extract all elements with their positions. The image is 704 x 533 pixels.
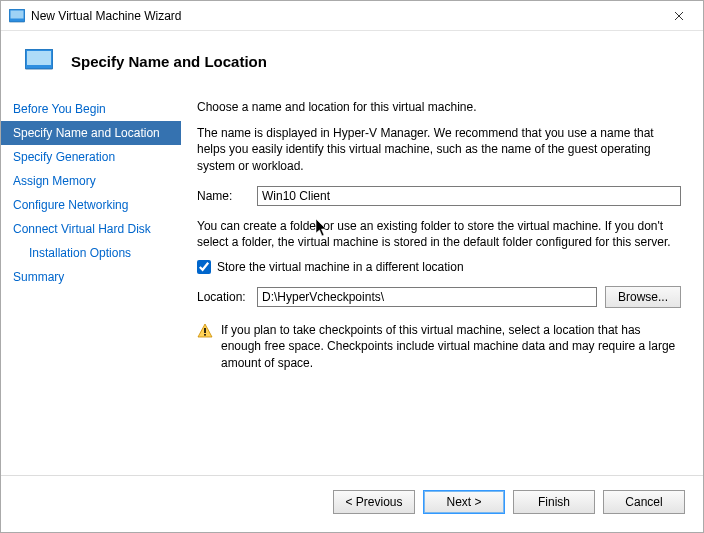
finish-button[interactable]: Finish (513, 490, 595, 514)
name-input[interactable] (257, 186, 681, 206)
wizard-steps: Before You Begin Specify Name and Locati… (1, 89, 181, 475)
step-installation-options[interactable]: Installation Options (1, 241, 181, 265)
close-button[interactable] (659, 2, 699, 30)
folder-text: You can create a folder or use an existi… (197, 218, 681, 250)
previous-button[interactable]: < Previous (333, 490, 415, 514)
svg-rect-4 (204, 328, 206, 333)
browse-button[interactable]: Browse... (605, 286, 681, 308)
app-icon (9, 8, 25, 24)
step-before-you-begin[interactable]: Before You Begin (1, 97, 181, 121)
step-specify-name-location[interactable]: Specify Name and Location (1, 121, 181, 145)
cancel-button[interactable]: Cancel (603, 490, 685, 514)
window-title: New Virtual Machine Wizard (31, 9, 659, 23)
step-specify-generation[interactable]: Specify Generation (1, 145, 181, 169)
step-configure-networking[interactable]: Configure Networking (1, 193, 181, 217)
location-label: Location: (197, 290, 249, 304)
page-heading: Specify Name and Location (71, 53, 267, 70)
warning-row: If you plan to take checkpoints of this … (197, 322, 681, 371)
step-summary[interactable]: Summary (1, 265, 181, 289)
wizard-content: Choose a name and location for this virt… (181, 89, 703, 475)
store-different-location-checkbox[interactable] (197, 260, 211, 274)
location-row: Location: Browse... (197, 286, 681, 308)
location-input[interactable] (257, 287, 597, 307)
intro-text-2: The name is displayed in Hyper-V Manager… (197, 125, 681, 174)
warning-text: If you plan to take checkpoints of this … (221, 322, 681, 371)
wizard-footer: < Previous Next > Finish Cancel (1, 475, 703, 532)
wizard-window: New Virtual Machine Wizard Specify Name … (0, 0, 704, 533)
wizard-header: Specify Name and Location (1, 31, 703, 89)
svg-rect-1 (11, 10, 24, 18)
next-button[interactable]: Next > (423, 490, 505, 514)
name-row: Name: (197, 186, 681, 206)
intro-text-1: Choose a name and location for this virt… (197, 99, 681, 115)
step-assign-memory[interactable]: Assign Memory (1, 169, 181, 193)
svg-rect-3 (27, 51, 51, 65)
step-connect-vhd[interactable]: Connect Virtual Hard Disk (1, 217, 181, 241)
wizard-body: Before You Begin Specify Name and Locati… (1, 89, 703, 475)
warning-icon (197, 323, 213, 339)
titlebar: New Virtual Machine Wizard (1, 1, 703, 31)
name-label: Name: (197, 189, 249, 203)
vm-icon (25, 49, 53, 73)
svg-rect-5 (204, 334, 206, 336)
store-different-location-row: Store the virtual machine in a different… (197, 260, 681, 274)
store-different-location-label: Store the virtual machine in a different… (217, 260, 464, 274)
